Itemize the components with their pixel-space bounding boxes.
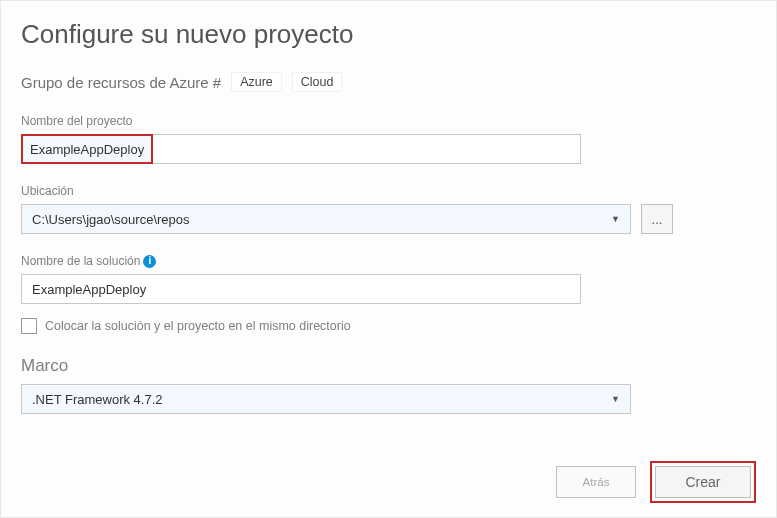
solution-name-input[interactable]: ExampleAppDeploy	[21, 274, 581, 304]
browse-location-button[interactable]: ...	[641, 204, 673, 234]
template-group-label: Grupo de recursos de Azure #	[21, 74, 221, 91]
same-directory-checkbox[interactable]	[21, 318, 37, 334]
page-title: Configure su nuevo proyecto	[21, 19, 756, 50]
back-button[interactable]: Atrás	[556, 466, 636, 498]
project-name-input[interactable]: ExampleAppDeploy	[22, 135, 152, 163]
solution-name-field: Nombre de la solución i ExampleAppDeploy	[21, 254, 756, 304]
project-name-field: Nombre del proyecto ExampleAppDeploy	[21, 114, 756, 164]
tag-azure: Azure	[231, 72, 282, 92]
info-icon[interactable]: i	[143, 255, 156, 268]
location-value: C:\Users\jgao\source\repos	[32, 212, 190, 227]
location-label: Ubicación	[21, 184, 756, 198]
framework-heading: Marco	[21, 356, 756, 376]
chevron-down-icon: ▼	[611, 214, 620, 224]
tag-cloud: Cloud	[292, 72, 343, 92]
location-dropdown[interactable]: C:\Users\jgao\source\repos ▼	[21, 204, 631, 234]
project-name-label: Nombre del proyecto	[21, 114, 756, 128]
framework-value: .NET Framework 4.7.2	[32, 392, 163, 407]
create-button[interactable]: Crear	[655, 466, 751, 498]
template-tags-row: Grupo de recursos de Azure # Azure Cloud	[21, 72, 756, 92]
create-button-highlight: Crear	[650, 461, 756, 503]
framework-field: Marco .NET Framework 4.7.2 ▼	[21, 356, 756, 414]
chevron-down-icon: ▼	[611, 394, 620, 404]
same-directory-label: Colocar la solución y el proyecto en el …	[45, 319, 351, 333]
same-directory-row: Colocar la solución y el proyecto en el …	[21, 318, 756, 334]
location-field: Ubicación C:\Users\jgao\source\repos ▼ .…	[21, 184, 756, 234]
solution-name-label: Nombre de la solución i	[21, 254, 756, 268]
footer-buttons: Atrás Crear	[556, 461, 756, 503]
framework-dropdown[interactable]: .NET Framework 4.7.2 ▼	[21, 384, 631, 414]
